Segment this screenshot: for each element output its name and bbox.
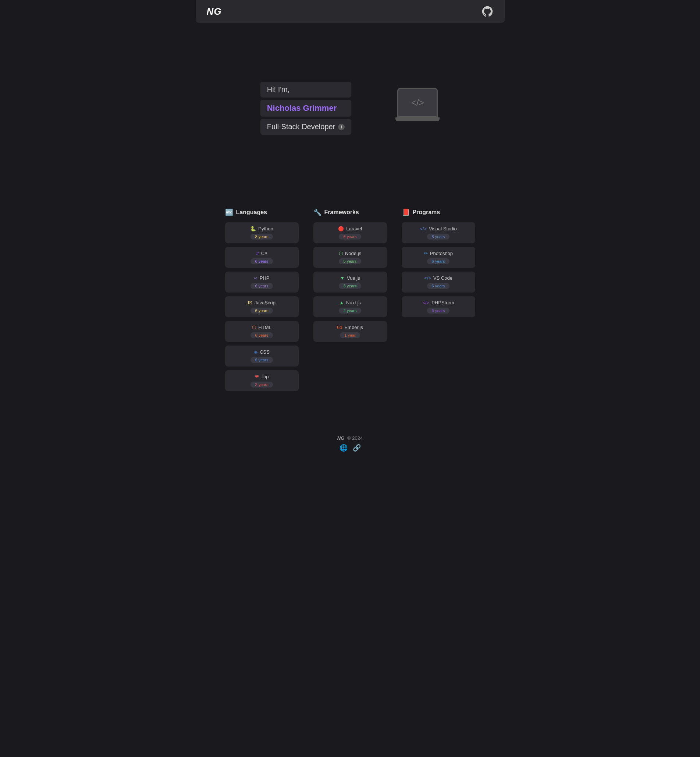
skill-photoshop-name: ✏ Photoshop xyxy=(407,250,470,256)
csharp-years: 6 years xyxy=(250,258,273,264)
photoshop-icon: ✏ xyxy=(424,250,428,256)
vuejs-years: 3 years xyxy=(339,283,361,289)
skill-css: ◈ CSS 6 years xyxy=(225,346,299,366)
footer: NG © 2024 🌐 🔗 xyxy=(0,424,700,467)
php-icon: ∞ xyxy=(254,275,257,281)
frameworks-header: 🔧 Frameworks xyxy=(313,208,387,216)
skill-csharp: # C# 6 years xyxy=(225,247,299,268)
css-years: 6 years xyxy=(250,357,273,363)
laptop-base xyxy=(395,117,439,121)
js-icon: JS xyxy=(247,300,252,305)
skill-python-name: 🐍 Python xyxy=(230,226,294,231)
footer-logo: NG xyxy=(337,435,345,441)
laravel-icon: 🔴 xyxy=(338,226,344,231)
skill-javascript: JS JavaScript 6 years xyxy=(225,296,299,317)
skill-nodejs: ⬡ Node.js 5 years xyxy=(313,247,387,268)
skill-vuejs: ▼ Vue.js 3 years xyxy=(313,272,387,292)
frameworks-label: Frameworks xyxy=(325,209,359,216)
hero-text-block: Hi! I'm, Nicholas Grimmer Full-Stack Dev… xyxy=(261,82,352,135)
info-icon[interactable]: i xyxy=(338,124,345,130)
skill-inp: ❤ .inp 3 years xyxy=(225,370,299,391)
nodejs-years: 5 years xyxy=(339,258,361,264)
skill-visualstudio-name: </> Visual Studio xyxy=(407,226,470,231)
phpstorm-years: 6 years xyxy=(427,308,449,314)
nuxtjs-icon: ▲ xyxy=(339,300,344,305)
skill-phpstorm: </> PHPStorm 6 years xyxy=(402,296,475,317)
skill-visualstudio: </> Visual Studio 8 years xyxy=(402,222,475,243)
skill-emberjs: 6d Ember.js 1 year xyxy=(313,321,387,342)
nodejs-icon: ⬡ xyxy=(339,250,343,256)
hero-role: Full-Stack Developer i xyxy=(261,119,352,135)
skill-html: ⬡ HTML 6 years xyxy=(225,321,299,342)
inp-icon: ❤ xyxy=(255,374,259,379)
skill-inp-name: ❤ .inp xyxy=(230,374,294,379)
footer-icons: 🌐 🔗 xyxy=(0,444,700,452)
python-icon: 🐍 xyxy=(250,226,256,231)
skill-python: 🐍 Python 8 years xyxy=(225,222,299,243)
footer-google-icon[interactable]: 🌐 xyxy=(339,444,348,452)
python-years: 8 years xyxy=(250,234,273,239)
github-icon[interactable] xyxy=(481,5,494,18)
skill-nodejs-name: ⬡ Node.js xyxy=(319,250,382,256)
laptop-illustration: </> xyxy=(395,88,439,128)
skill-php: ∞ PHP 6 years xyxy=(225,272,299,292)
skill-laravel-name: 🔴 Laravel xyxy=(319,226,382,231)
vscode-icon: </> xyxy=(424,275,431,281)
navbar-logo: NG xyxy=(207,6,222,17)
photoshop-years: 6 years xyxy=(427,258,449,264)
languages-label: Languages xyxy=(236,209,267,216)
skill-nuxtjs: ▲ Nuxt.js 2 years xyxy=(313,296,387,317)
frameworks-column: 🔧 Frameworks 🔴 Laravel 6 years ⬡ Node.js… xyxy=(313,208,387,395)
inp-years: 3 years xyxy=(250,382,273,388)
skill-html-name: ⬡ HTML xyxy=(230,325,294,330)
programs-label: Programs xyxy=(413,209,440,216)
laptop-screen: </> xyxy=(397,88,438,117)
languages-column: 🔤 Languages 🐍 Python 8 years # C# 6 year… xyxy=(225,208,299,395)
vuejs-icon: ▼ xyxy=(340,275,345,281)
skill-php-name: ∞ PHP xyxy=(230,275,294,281)
programs-column: 📕 Programs </> Visual Studio 8 years ✏ P… xyxy=(402,208,475,395)
languages-icon: 🔤 xyxy=(225,208,233,216)
programs-header: 📕 Programs xyxy=(402,208,475,216)
emberjs-icon: 6d xyxy=(337,325,342,330)
vscode-years: 6 years xyxy=(427,283,449,289)
skill-vscode-name: </> VS Code xyxy=(407,275,470,281)
skill-vscode: </> VS Code 6 years xyxy=(402,272,475,292)
footer-copyright: NG © 2024 xyxy=(0,435,700,441)
footer-link-icon[interactable]: 🔗 xyxy=(353,444,361,452)
footer-copyright-symbol: © xyxy=(347,435,351,441)
skill-laravel: 🔴 Laravel 6 years xyxy=(313,222,387,243)
hero-greeting: Hi! I'm, xyxy=(261,82,352,97)
nuxtjs-years: 2 years xyxy=(339,308,361,314)
emberjs-years: 1 year xyxy=(340,332,360,338)
skill-photoshop: ✏ Photoshop 6 years xyxy=(402,247,475,268)
footer-year: 2024 xyxy=(352,435,363,441)
frameworks-icon: 🔧 xyxy=(313,208,322,216)
laravel-years: 6 years xyxy=(339,234,361,239)
js-years: 6 years xyxy=(250,308,273,314)
hero-section: Hi! I'm, Nicholas Grimmer Full-Stack Dev… xyxy=(0,23,700,208)
visualstudio-years: 8 years xyxy=(427,234,449,239)
skill-vuejs-name: ▼ Vue.js xyxy=(319,275,382,281)
skills-section: 🔤 Languages 🐍 Python 8 years # C# 6 year… xyxy=(0,208,700,424)
visualstudio-icon: </> xyxy=(420,226,427,231)
languages-header: 🔤 Languages xyxy=(225,208,299,216)
html-icon: ⬡ xyxy=(252,325,256,330)
skill-phpstorm-name: </> PHPStorm xyxy=(407,300,470,305)
skill-css-name: ◈ CSS xyxy=(230,349,294,355)
skill-nuxtjs-name: ▲ Nuxt.js xyxy=(319,300,382,305)
php-years: 6 years xyxy=(250,283,273,289)
skill-csharp-name: # C# xyxy=(230,250,294,256)
navbar: NG xyxy=(196,0,505,23)
hero-name: Nicholas Grimmer xyxy=(261,100,352,117)
programs-icon: 📕 xyxy=(402,208,410,216)
code-icon: </> xyxy=(411,97,424,108)
skill-emberjs-name: 6d Ember.js xyxy=(319,325,382,330)
css-icon: ◈ xyxy=(254,349,258,355)
skill-javascript-name: JS JavaScript xyxy=(230,300,294,305)
csharp-icon: # xyxy=(256,250,259,256)
phpstorm-icon: </> xyxy=(422,300,429,305)
html-years: 6 years xyxy=(250,332,273,338)
